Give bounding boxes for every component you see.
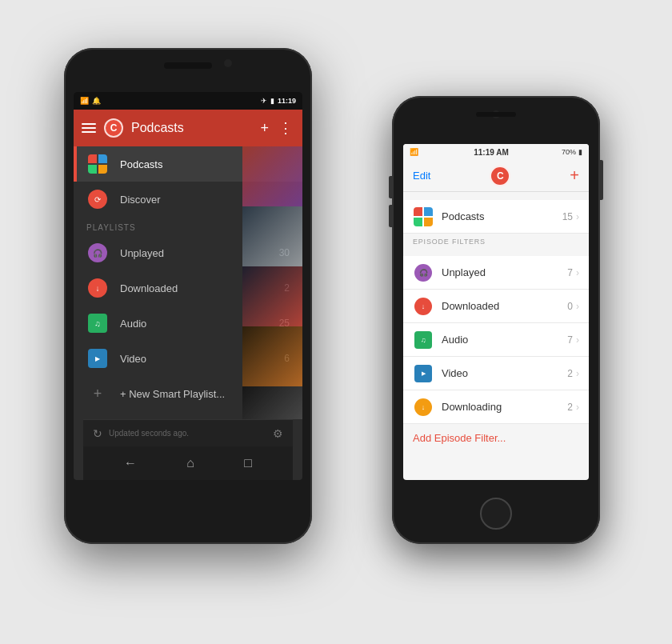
- ios-downloaded-item[interactable]: ↓ Downloaded 0 ›: [403, 290, 589, 323]
- ios-time: 11:19 AM: [421, 148, 562, 157]
- ios-unplayed-chevron: ›: [576, 267, 579, 278]
- ios-unplayed-item[interactable]: 🎧 Unplayed 7 ›: [403, 256, 589, 290]
- more-options-button[interactable]: ⋮: [277, 118, 294, 138]
- ios-downloading-chevron: ›: [576, 402, 579, 413]
- android-time: 11:19: [278, 97, 296, 105]
- ios-nav-bar: Edit C +: [403, 160, 589, 192]
- audio-icon: ♫: [86, 312, 109, 334]
- ios-podcasts-count: 15: [562, 211, 573, 222]
- album-cover-2: [242, 206, 302, 266]
- ios-video-chevron: ›: [576, 368, 579, 379]
- iphone-home-button[interactable]: [480, 498, 512, 530]
- back-button[interactable]: ←: [124, 456, 137, 470]
- ios-unplayed-label: Unplayed: [442, 266, 567, 278]
- refresh-icon[interactable]: ↻: [93, 427, 102, 440]
- ios-battery-area: 70% ▮: [562, 148, 582, 156]
- ios-downloading-label: Downloading: [442, 401, 567, 413]
- album-cover-3: [242, 266, 302, 326]
- iphone-speaker: [476, 112, 516, 117]
- footer-updated-text: Updated seconds ago.: [109, 429, 266, 438]
- toolbar-title: Podcasts: [131, 121, 250, 135]
- settings-icon[interactable]: ⚙: [273, 427, 283, 440]
- unplayed-icon: 🎧: [86, 242, 109, 264]
- android-nav-bar: ← ⌂ □: [83, 446, 293, 480]
- android-status-bar: 📶 🔔 ✈ ▮ 11:19: [74, 92, 302, 110]
- volume-down-button: [389, 205, 392, 227]
- ios-audio-count: 7: [567, 334, 573, 346]
- ios-downloading-icon: ↓: [413, 397, 434, 418]
- ios-downloaded-label: Downloaded: [442, 300, 567, 312]
- android-phone: 📶 🔔 ✈ ▮ 11:19 Podcasts + ⋮: [64, 48, 312, 544]
- ios-downloading-item[interactable]: ↓ Downloading 2 ›: [403, 390, 589, 424]
- ios-add-button[interactable]: +: [570, 166, 579, 185]
- app-logo-icon: [104, 118, 123, 138]
- scene: 📶 🔔 ✈ ▮ 11:19 Podcasts + ⋮: [0, 0, 672, 644]
- ios-filters-list: 🎧 Unplayed 7 › ↓ Downloaded 0 ›: [403, 256, 589, 424]
- volume-up-button: [389, 176, 392, 198]
- ios-podcasts-icon: [413, 206, 434, 227]
- android-footer: ↻ Updated seconds ago. ⚙: [83, 419, 293, 446]
- ios-status-bar: 📶 11:19 AM 70% ▮: [403, 144, 589, 160]
- ios-video-item[interactable]: ▶ Video 2 ›: [403, 357, 589, 390]
- ios-edit-button[interactable]: Edit: [413, 170, 430, 182]
- ios-battery-icon: ▮: [578, 148, 582, 156]
- ios-logo: C: [430, 166, 570, 186]
- ios-app-icon: C: [490, 166, 510, 186]
- ios-podcasts-chevron: ›: [576, 211, 579, 222]
- ios-episode-filters-header: EPISODE FILTERS: [403, 234, 589, 248]
- bluetooth-icon: 📶: [80, 97, 89, 105]
- ios-unplayed-count: 7: [567, 267, 573, 278]
- video-icon: ▶: [86, 347, 109, 370]
- ios-downloaded-count: 0: [567, 301, 573, 312]
- ios-audio-icon: ♫: [413, 330, 434, 350]
- toolbar-actions: + ⋮: [258, 118, 294, 138]
- battery-status-icon: ▮: [270, 97, 274, 105]
- iphone: 📶 11:19 AM 70% ▮ Edit C +: [392, 96, 600, 544]
- iphone-screen: 📶 11:19 AM 70% ▮ Edit C +: [403, 144, 589, 480]
- add-podcast-button[interactable]: +: [258, 118, 270, 138]
- ios-audio-item[interactable]: ♫ Audio 7 ›: [403, 323, 589, 357]
- android-camera: [224, 59, 232, 67]
- android-screen: 📶 🔔 ✈ ▮ 11:19 Podcasts + ⋮: [74, 92, 302, 480]
- ios-video-count: 2: [567, 368, 573, 379]
- album-cover-5: [242, 386, 302, 419]
- album-cover-4: [242, 326, 302, 386]
- album-cover-1: [242, 146, 302, 206]
- ios-downloading-count: 2: [567, 402, 573, 413]
- add-playlist-icon: +: [86, 382, 109, 405]
- ios-wifi-icon: 📶: [410, 148, 418, 156]
- home-button[interactable]: ⌂: [186, 456, 194, 470]
- ios-video-icon: ▶: [413, 363, 434, 384]
- power-button: [600, 160, 603, 200]
- recents-button[interactable]: □: [244, 456, 252, 470]
- notification-icon: 🔔: [92, 97, 101, 105]
- speaker-top: [164, 62, 212, 69]
- ios-video-label: Video: [442, 367, 567, 379]
- downloaded-icon: ↓: [86, 277, 109, 299]
- wifi-status-icon: ✈: [261, 97, 267, 105]
- podcasts-icon: [86, 153, 109, 175]
- ios-add-filter-button[interactable]: Add Episode Filter...: [403, 424, 589, 452]
- ios-battery-percent: 70%: [562, 148, 576, 156]
- ios-podcasts-label: Podcasts: [442, 210, 562, 222]
- ios-podcasts-item[interactable]: Podcasts 15 ›: [403, 200, 589, 234]
- android-toolbar: Podcasts + ⋮: [74, 110, 302, 146]
- hamburger-menu-icon[interactable]: [82, 123, 96, 133]
- discover-icon: ⟳: [86, 188, 109, 210]
- status-icons-left: 📶 🔔: [80, 97, 101, 105]
- ios-audio-label: Audio: [442, 334, 567, 346]
- ios-downloaded-chevron: ›: [576, 301, 579, 312]
- album-art-overlay: [242, 146, 302, 419]
- ios-audio-chevron: ›: [576, 334, 579, 346]
- ios-unplayed-icon: 🎧: [413, 262, 434, 283]
- ios-podcasts-section: Podcasts 15 ›: [403, 200, 589, 234]
- ios-downloaded-icon: ↓: [413, 296, 434, 317]
